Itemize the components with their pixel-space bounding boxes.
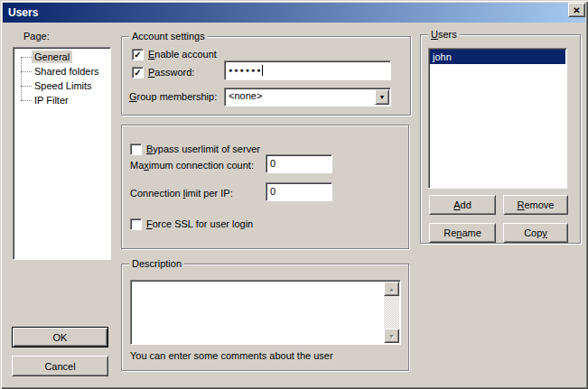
checkmark-icon: ✓	[134, 69, 141, 78]
remove-button[interactable]: Remove	[503, 195, 568, 215]
close-button[interactable]: ✕	[568, 3, 585, 17]
max-connection-count-input[interactable]: 0	[266, 154, 332, 173]
checkbox-box: ✓	[130, 218, 142, 230]
password-input[interactable]: ●●●●●●	[224, 60, 391, 80]
page-label: Page:	[23, 31, 50, 42]
checkbox-box: ✓	[130, 144, 142, 155]
dropdown-button[interactable]: ▼	[375, 89, 389, 105]
enable-account-checkbox[interactable]: ✓ Enable account	[132, 49, 217, 60]
tree-item-general[interactable]: General	[15, 50, 108, 64]
enable-account-label: Enable account	[148, 49, 217, 60]
scroll-up-button[interactable]: ▲	[384, 282, 399, 296]
page-tree: General Shared folders Speed Limits IP F…	[13, 47, 111, 260]
add-button[interactable]: Add	[429, 195, 496, 215]
bypass-userlimit-checkbox[interactable]: ✓ Bypass userlimit of server	[130, 144, 260, 155]
users-dialog: Users ✕ Page: General Shared folders Spe…	[0, 0, 588, 389]
window-title: Users	[3, 6, 38, 19]
tree-item-label: Shared folders	[32, 65, 102, 78]
bypass-userlimit-label: Bypass userlimit of server	[146, 144, 260, 155]
tree-item-speed-limits[interactable]: Speed Limits	[15, 79, 108, 93]
copy-button[interactable]: Copy	[503, 223, 568, 243]
tree-item-shared-folders[interactable]: Shared folders	[15, 64, 108, 79]
connection-limit-per-ip-input[interactable]: 0	[266, 182, 332, 201]
tree-item-label: Speed Limits	[32, 79, 95, 92]
max-connection-count-label: Maximum connection count:	[130, 160, 254, 171]
tree-item-label: IP Filter	[32, 94, 71, 107]
tree-item-label: General	[32, 51, 72, 63]
chevron-down-icon: ▼	[379, 89, 386, 105]
group-description: Description ▲ ▼ You can enter some comme…	[121, 264, 409, 371]
group-users: Users john Add Remove Rename Copy	[420, 34, 581, 244]
checkmark-icon: ✓	[134, 51, 141, 60]
description-scrollbar[interactable]: ▲ ▼	[384, 282, 399, 343]
titlebar[interactable]: Users	[3, 3, 585, 23]
force-ssl-checkbox[interactable]: ✓ Force SSL for user login	[130, 218, 253, 230]
group-connection-limits: ✓ Bypass userlimit of server Maximum con…	[121, 125, 409, 249]
users-list: john	[428, 48, 567, 189]
group-description-title: Description	[129, 258, 184, 270]
password-value: ●●●●●●	[229, 67, 262, 73]
group-account-settings: Account settings ✓ Enable account ✓ Pass…	[121, 36, 411, 116]
group-membership-label: Group membership:	[129, 91, 217, 103]
text-caret	[262, 65, 263, 76]
description-textarea[interactable]: ▲ ▼	[130, 280, 401, 345]
group-membership-select[interactable]: <none> ▼	[224, 88, 391, 107]
group-membership-value: <none>	[229, 90, 262, 101]
password-label: Password:	[148, 67, 194, 79]
group-account-settings-title: Account settings	[129, 31, 208, 42]
scroll-down-icon: ▼	[388, 333, 395, 339]
ok-button[interactable]: OK	[12, 327, 108, 347]
scroll-down-button[interactable]: ▼	[384, 329, 399, 343]
group-users-title: Users	[428, 29, 460, 41]
tree-item-ip-filter[interactable]: IP Filter	[15, 93, 108, 107]
scroll-up-icon: ▲	[388, 286, 395, 292]
close-icon: ✕	[573, 5, 580, 15]
cancel-button[interactable]: Cancel	[12, 356, 108, 376]
password-checkbox[interactable]: ✓ Password:	[132, 67, 194, 79]
list-item-john[interactable]: john	[430, 50, 565, 64]
force-ssl-label: Force SSL for user login	[146, 218, 253, 230]
checkbox-box: ✓	[132, 67, 144, 79]
checkbox-box: ✓	[132, 49, 144, 60]
scrollbar-track[interactable]	[384, 296, 399, 329]
description-hint: You can enter some comments about the us…	[130, 350, 333, 362]
connection-limit-per-ip-label: Connection limit per IP:	[130, 188, 233, 199]
rename-button[interactable]: Rename	[429, 223, 496, 243]
